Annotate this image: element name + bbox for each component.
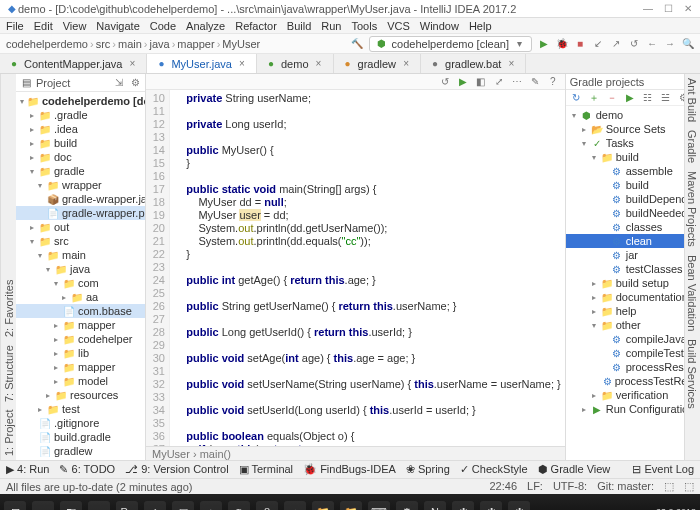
project-tree-item[interactable]: ▾📁src bbox=[16, 234, 145, 248]
tree-twisty-icon[interactable]: ▾ bbox=[20, 97, 24, 106]
taskbar-app-icon[interactable]: ⌂ bbox=[284, 501, 306, 510]
bottom-tool-button[interactable]: ⎇ 9: Version Control bbox=[125, 463, 229, 476]
menu-run[interactable]: Run bbox=[321, 20, 341, 32]
tree-twisty-icon[interactable]: ▾ bbox=[590, 153, 598, 162]
tree-twisty-icon[interactable]: ▾ bbox=[580, 139, 588, 148]
gradle-tree-item[interactable]: ⚙processResources bbox=[566, 360, 700, 374]
editor-tab[interactable]: ●gradlew.bat× bbox=[421, 54, 526, 73]
project-tree-item[interactable]: 📦gradle-wrapper.jar bbox=[16, 192, 145, 206]
project-tree-item[interactable]: ▸📁build bbox=[16, 136, 145, 150]
breadcrumb-item[interactable]: MyUser bbox=[222, 38, 260, 50]
editor-breadcrumb[interactable]: MyUser › main() bbox=[146, 446, 565, 460]
run-config-selector[interactable]: ⬢ codehelperdemo [clean] ▾ bbox=[369, 36, 532, 52]
project-tree-item[interactable]: ▸📁out bbox=[16, 220, 145, 234]
gradle-tree-item[interactable]: ⚙compileTestJava bbox=[566, 346, 700, 360]
project-tree-item[interactable]: 📄com.bbase bbox=[16, 304, 145, 318]
status-widget[interactable]: 22:46 bbox=[489, 480, 517, 493]
run-icon[interactable]: ▶ bbox=[538, 38, 550, 50]
taskbar-app-icon[interactable]: ♫ bbox=[200, 501, 222, 510]
taskbar-app-icon[interactable]: ⊞ bbox=[4, 501, 26, 510]
side-tool-button[interactable]: Gradle bbox=[687, 130, 698, 163]
gear-icon[interactable]: ⚙ bbox=[129, 77, 141, 89]
tree-twisty-icon[interactable]: ▸ bbox=[52, 363, 60, 372]
project-tree-item[interactable]: ▾📁wrapper bbox=[16, 178, 145, 192]
tree-twisty-icon[interactable]: ▸ bbox=[60, 293, 68, 302]
attach-icon[interactable]: ＋ bbox=[588, 92, 600, 104]
tree-twisty-icon[interactable]: ▾ bbox=[570, 111, 578, 120]
breadcrumb-item[interactable]: codehelperdemo bbox=[6, 38, 88, 50]
close-tab-icon[interactable]: × bbox=[236, 58, 248, 70]
close-tab-icon[interactable]: × bbox=[505, 58, 517, 70]
menu-code[interactable]: Code bbox=[150, 20, 176, 32]
status-widget[interactable]: LF: bbox=[527, 480, 543, 493]
gradle-tree-item[interactable]: ▸📁documentation bbox=[566, 290, 700, 304]
help-icon[interactable]: ? bbox=[547, 76, 559, 88]
side-tool-button[interactable]: 1: Project bbox=[3, 410, 14, 456]
menu-edit[interactable]: Edit bbox=[34, 20, 53, 32]
vcs-commit-icon[interactable]: ↗ bbox=[610, 38, 622, 50]
taskbar-app-icon[interactable]: 📁 bbox=[340, 501, 362, 510]
project-tree-item[interactable]: ▸📁model bbox=[16, 374, 145, 388]
taskbar-app-icon[interactable]: ⌨ bbox=[368, 501, 390, 510]
project-tree-item[interactable]: ▸📁codehelper bbox=[16, 332, 145, 346]
side-tool-button[interactable]: Maven Projects bbox=[687, 171, 698, 247]
side-tool-button[interactable]: Build Services bbox=[687, 339, 698, 409]
gradle-tree-item[interactable]: ▸▶Run Configurations bbox=[566, 402, 700, 416]
taskbar-app-icon[interactable]: ⚙ bbox=[396, 501, 418, 510]
menu-help[interactable]: Help bbox=[469, 20, 492, 32]
project-tree-item[interactable]: ▸📁mapper bbox=[16, 318, 145, 332]
project-tree-item[interactable]: 📄gradlew bbox=[16, 444, 145, 458]
settings-refresh-icon[interactable]: ↺ bbox=[628, 38, 640, 50]
gradle-tree-item[interactable]: ▾📁other bbox=[566, 318, 700, 332]
status-widget[interactable]: ⬚ bbox=[664, 480, 674, 493]
project-tree[interactable]: ▾📁codehelperdemo [demo] D:▸📁.gradle▸📁.id… bbox=[16, 92, 145, 460]
gradle-tree-item[interactable]: ⚙processTestResources bbox=[566, 374, 700, 388]
tree-twisty-icon[interactable]: ▸ bbox=[28, 223, 36, 232]
tree-twisty-icon[interactable]: ▸ bbox=[52, 349, 60, 358]
taskbar-app-icon[interactable]: ✱ bbox=[508, 501, 530, 510]
side-tool-button[interactable]: 7: Structure bbox=[3, 345, 14, 402]
tree-twisty-icon[interactable]: ▾ bbox=[590, 321, 598, 330]
taskbar-app-icon[interactable]: ◧ bbox=[60, 501, 82, 510]
stop-icon[interactable]: ■ bbox=[574, 38, 586, 50]
menu-view[interactable]: View bbox=[63, 20, 87, 32]
breadcrumb-item[interactable]: main bbox=[118, 38, 142, 50]
project-tree-item[interactable]: ▸📁mapper bbox=[16, 360, 145, 374]
tree-twisty-icon[interactable]: ▸ bbox=[44, 391, 52, 400]
gradle-tree-item[interactable]: ⚙build bbox=[566, 178, 700, 192]
gradle-tree-item[interactable]: ▸📁verification bbox=[566, 388, 700, 402]
os-taskbar[interactable]: ⊞●◧ePs◆✉♫◐8⌂📁📁⌨⚙N✱✱✱23:0 2018 bbox=[0, 494, 700, 510]
project-panel-header[interactable]: ▤ Project ⇲ ⚙ bbox=[16, 74, 145, 92]
vcs-update-icon[interactable]: ↙ bbox=[592, 38, 604, 50]
tree-twisty-icon[interactable]: ▸ bbox=[580, 125, 588, 134]
gradle-tree[interactable]: ▾⬢demo▸📂Source Sets▾✓Tasks▾📁build⚙assemb… bbox=[566, 106, 700, 460]
taskbar-app-icon[interactable]: ✱ bbox=[480, 501, 502, 510]
gradle-tree-item[interactable]: ⚙classes bbox=[566, 220, 700, 234]
close-tab-icon[interactable]: × bbox=[400, 58, 412, 70]
menu-window[interactable]: Window bbox=[420, 20, 459, 32]
search-icon[interactable]: 🔍 bbox=[682, 38, 694, 50]
debug-icon[interactable]: 🐞 bbox=[556, 38, 568, 50]
project-tree-item[interactable]: ▾📁java bbox=[16, 262, 145, 276]
tree-twisty-icon[interactable]: ▾ bbox=[36, 251, 44, 260]
project-tree-item[interactable]: ▾📁com bbox=[16, 276, 145, 290]
project-tree-item[interactable]: ▸📁lib bbox=[16, 346, 145, 360]
menu-tools[interactable]: Tools bbox=[351, 20, 377, 32]
project-tree-item[interactable]: 📄gradlew.bat bbox=[16, 458, 145, 460]
right-tool-strip[interactable]: Ant BuildGradleMaven ProjectsBean Valida… bbox=[684, 74, 700, 460]
breadcrumb-item[interactable]: mapper bbox=[177, 38, 214, 50]
hammer-icon[interactable]: 🔨 bbox=[351, 38, 363, 50]
gradle-tree-item[interactable]: ▾✓Tasks bbox=[566, 136, 700, 150]
gradle-tree-item[interactable]: ⚙jar bbox=[566, 248, 700, 262]
taskbar-app-icon[interactable]: 📁 bbox=[312, 501, 334, 510]
project-tree-item[interactable]: ▸📁aa bbox=[16, 290, 145, 304]
tree-twisty-icon[interactable]: ▸ bbox=[580, 405, 588, 414]
play-icon[interactable]: ▶ bbox=[457, 76, 469, 88]
project-tree-item[interactable]: 📄build.gradle bbox=[16, 430, 145, 444]
taskbar-app-icon[interactable]: N bbox=[424, 501, 446, 510]
side-tool-button[interactable]: Bean Validation bbox=[687, 255, 698, 331]
side-tool-button[interactable]: Ant Build bbox=[687, 78, 698, 122]
status-widget[interactable]: ⬚ bbox=[684, 480, 694, 493]
gradle-tree-item[interactable]: ⚙compileJava bbox=[566, 332, 700, 346]
editor-gutter[interactable]: 10 11 12 13 14 15 16 17 18 19 20 21 22 2… bbox=[146, 90, 170, 446]
